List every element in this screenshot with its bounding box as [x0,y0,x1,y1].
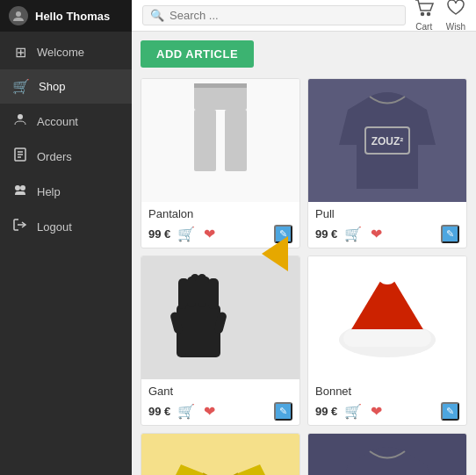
product-name-1: Pantalon [148,207,292,220]
username-label: Hello Thomas [35,10,110,23]
product-name-4: Bonnet [315,385,459,398]
product-name-2: Pull [315,207,459,220]
account-icon [12,112,28,130]
svg-rect-24 [198,274,206,307]
svg-point-29 [377,263,398,284]
product-card-2: ZOUZ² Pull 99 € 🛒 ❤ ✎ [307,78,467,248]
product-card-1: Pantalon 99 € 🛒 ❤ ✎ [141,78,300,248]
content-wrapper: ADD ARTICLE Pantalon [132,32,476,475]
product-name-3: Gant [148,385,292,398]
pants-illustration [185,83,256,198]
add-to-wishlist-3[interactable]: ❤ [202,401,217,421]
svg-rect-12 [194,110,216,171]
svg-rect-14 [194,83,247,88]
product-grid: Pantalon 99 € 🛒 ❤ ✎ [141,78,467,475]
product-info-2: Pull 99 € 🛒 ❤ ✎ [308,202,466,248]
product-price-4: 99 € [315,405,337,418]
sidebar: Hello Thomas ⊞ Welcome 🛒 Shop Account [0,0,132,475]
gloves-illustration [163,261,278,375]
add-to-wishlist-1[interactable]: ❤ [202,224,217,244]
sidebar-item-logout-label: Logout [37,220,72,234]
add-to-cart-1[interactable]: 🛒 [176,224,197,244]
add-article-button[interactable]: ADD ARTICLE [141,40,254,68]
edit-button-4[interactable]: ✎ [441,402,459,421]
product-card-4: Bonnet 99 € 🛒 ❤ ✎ [307,255,467,426]
sweatshirt2-illustration: ZOUZ² [335,438,440,475]
product-info-4: Bonnet 99 € 🛒 ❤ ✎ [308,379,466,425]
wishlist-button[interactable]: Wish [446,0,465,32]
svg-point-0 [16,11,21,17]
sidebar-item-welcome-label: Welcome [37,46,84,59]
hat-illustration [330,261,444,375]
shop-icon: 🛒 [12,78,30,95]
sidebar-item-help[interactable]: Help [0,174,132,209]
edit-button-2[interactable]: ✎ [441,225,459,243]
product-image-6: ZOUZ² [308,434,466,475]
avatar [9,6,28,25]
sidebar-item-welcome[interactable]: ⊞ Welcome [0,35,132,69]
svg-rect-30 [343,329,431,347]
tshirt-illustration: DESIGN [168,443,273,475]
product-actions-3: 99 € 🛒 ❤ ✎ [148,401,292,421]
sidebar-item-shop-label: Shop [39,80,65,93]
content-area: ADD ARTICLE Pantalon [132,32,476,475]
help-icon [12,183,28,200]
main-area: 🔍 Cart Wish [132,0,476,475]
add-to-wishlist-4[interactable]: ❤ [369,401,384,421]
heart-icon [446,0,465,21]
svg-rect-23 [208,278,219,309]
svg-point-9 [421,13,423,16]
svg-point-10 [427,13,429,16]
product-price-1: 99 € [148,227,170,241]
search-input[interactable] [169,9,398,22]
sidebar-item-orders[interactable]: Orders [0,139,132,174]
svg-point-1 [18,114,23,119]
add-to-cart-4[interactable]: 🛒 [343,401,364,421]
sidebar-header: Hello Thomas [0,0,132,32]
product-card-5: DESIGN T-shirt [141,433,300,475]
product-image-4 [308,256,466,379]
cart-label: Cart [415,22,432,32]
product-price-2: 99 € [315,227,337,241]
edit-button-3[interactable]: ✎ [274,402,292,421]
prev-arrow[interactable] [262,236,288,271]
sidebar-item-shop[interactable]: 🛒 Shop [0,69,132,104]
svg-rect-13 [225,110,247,171]
product-image-5: DESIGN [141,434,299,475]
product-image-3 [141,256,299,379]
product-image-1 [141,79,299,202]
sweatshirt-illustration: ZOUZ² [335,83,440,198]
svg-rect-25 [187,277,196,307]
svg-point-7 [20,185,25,191]
sidebar-item-account[interactable]: Account [0,104,132,139]
sidebar-item-account-label: Account [37,115,78,128]
grid-icon: ⊞ [12,44,28,61]
add-to-cart-2[interactable]: 🛒 [343,224,364,244]
topbar: 🔍 Cart Wish [132,0,476,32]
product-card-3: Gant 99 € 🛒 ❤ ✎ [141,255,300,426]
product-price-3: 99 € [148,405,170,418]
product-card-6: ZOUZ² Sweat [307,433,467,475]
sidebar-item-orders-label: Orders [37,150,72,163]
add-to-cart-3[interactable]: 🛒 [176,401,197,421]
svg-point-6 [15,185,20,191]
logout-icon [12,218,28,235]
orders-icon [12,148,28,165]
svg-text:ZOUZ²: ZOUZ² [371,135,404,148]
topbar-icons: Cart Wish [415,0,465,32]
cart-icon [415,0,434,21]
search-wrapper: 🔍 [142,5,406,25]
sidebar-nav: ⊞ Welcome 🛒 Shop Account [0,35,132,244]
search-icon: 🔍 [150,9,164,22]
product-actions-4: 99 € 🛒 ❤ ✎ [315,401,459,421]
wishlist-label: Wish [446,22,465,32]
product-actions-2: 99 € 🛒 ❤ ✎ [315,224,459,244]
add-to-wishlist-2[interactable]: ❤ [369,224,384,244]
cart-button[interactable]: Cart [415,0,434,32]
arrow-shape [262,236,288,271]
sidebar-item-logout[interactable]: Logout [0,209,132,244]
sidebar-item-help-label: Help [37,185,61,198]
product-info-3: Gant 99 € 🛒 ❤ ✎ [141,379,299,425]
product-image-2: ZOUZ² [308,79,466,202]
